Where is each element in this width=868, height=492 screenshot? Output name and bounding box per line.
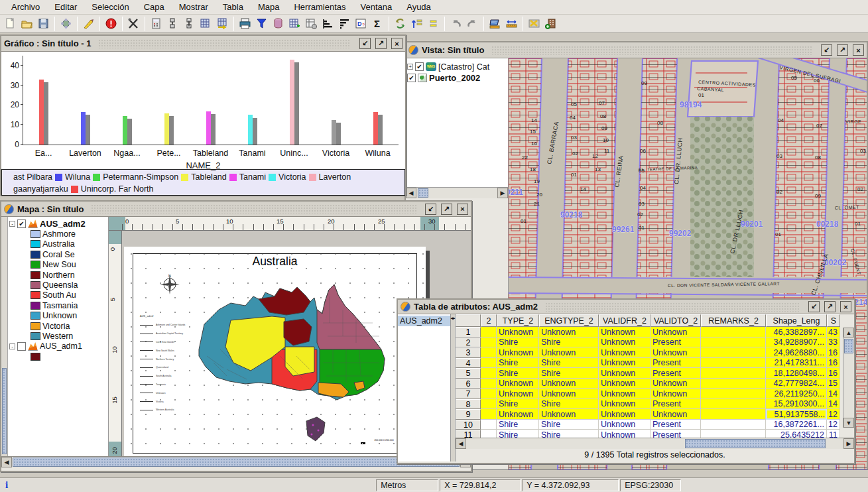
- menu-item[interactable]: Herramientas: [286, 1, 353, 13]
- join-tables-icon[interactable]: [198, 15, 214, 32]
- table-cell[interactable]: Unknown: [539, 389, 599, 399]
- layer-checkbox[interactable]: ✔: [415, 62, 424, 71]
- add-table-icon[interactable]: [286, 15, 303, 32]
- table-cell[interactable]: 18,1280498...: [766, 368, 827, 379]
- table-cell[interactable]: Present: [651, 399, 701, 410]
- mapa-titlebar[interactable]: Mapa : Sin título ↙ ↗ ×: [1, 202, 471, 217]
- table-cell[interactable]: [481, 358, 497, 369]
- scroll-thumb[interactable]: [685, 439, 826, 448]
- table-cell[interactable]: [481, 379, 497, 389]
- table-cell[interactable]: [701, 338, 766, 348]
- toc-item[interactable]: ✔ Tasmania: [9, 300, 108, 310]
- toc-item[interactable]: ✔ Australia: [9, 239, 108, 249]
- table-cell[interactable]: [481, 420, 497, 430]
- table-cell[interactable]: Unknown: [599, 420, 651, 430]
- table-cell[interactable]: Unknown: [599, 358, 651, 369]
- chain-icon[interactable]: [181, 15, 198, 32]
- style-brush-icon[interactable]: [80, 15, 97, 32]
- table-cell[interactable]: [701, 420, 766, 430]
- toc-label[interactable]: Western: [42, 332, 73, 341]
- table-cell[interactable]: 42,7779824...: [766, 379, 827, 389]
- table-cell[interactable]: 25,6435212: [766, 430, 827, 437]
- row-number[interactable]: 3: [456, 347, 481, 358]
- table-cell[interactable]: Present: [651, 420, 701, 430]
- table-cell[interactable]: 16,3872261...: [766, 420, 827, 430]
- scroll-right-icon[interactable]: ▶: [843, 438, 854, 449]
- calculator-icon[interactable]: [148, 15, 164, 32]
- layer-checkbox[interactable]: ✔: [17, 219, 26, 228]
- table-cell[interactable]: 16: [827, 347, 840, 358]
- settings-gear-icon[interactable]: [58, 15, 74, 32]
- sort-descending-icon[interactable]: [336, 15, 353, 32]
- table-cell[interactable]: Present: [651, 338, 701, 348]
- scroll-up-icon[interactable]: ▲: [843, 328, 854, 338]
- scroll-right-icon[interactable]: ▶: [497, 188, 508, 198]
- layer-item[interactable]: + ✔ WMS [Catastro] Cat: [407, 61, 508, 72]
- table-cell[interactable]: Shire: [497, 399, 539, 410]
- table-cell[interactable]: [481, 327, 497, 338]
- toc-label[interactable]: AUS_adm2: [40, 219, 86, 229]
- row-number[interactable]: 5: [456, 368, 481, 379]
- expand-icon[interactable]: +: [407, 64, 413, 70]
- table-cell[interactable]: Shire: [539, 368, 599, 379]
- table-cell[interactable]: Unknown: [651, 327, 701, 338]
- toc-item[interactable]: ✔ South Au: [9, 290, 108, 300]
- minimize-button[interactable]: ↙: [425, 204, 436, 215]
- menu-item[interactable]: Selección: [84, 1, 136, 13]
- column-header[interactable]: Shape_Leng: [766, 314, 827, 327]
- table-cell[interactable]: Shire: [539, 420, 599, 430]
- table-cell[interactable]: Shire: [497, 420, 539, 430]
- table-cell[interactable]: 16: [827, 368, 840, 379]
- table-cell[interactable]: Shire: [497, 338, 539, 348]
- table-cell[interactable]: Unknown: [651, 347, 701, 358]
- minimize-button[interactable]: ↙: [821, 44, 832, 56]
- table-cell[interactable]: 24,9626880...: [766, 347, 827, 358]
- mapa-left-scrollbar[interactable]: [1, 217, 8, 456]
- toc-item[interactable]: ✔ Queensla: [9, 280, 108, 290]
- maximize-button[interactable]: ↗: [837, 44, 848, 56]
- table-cell[interactable]: Unknown: [539, 347, 599, 358]
- table-cell[interactable]: 16: [827, 358, 840, 369]
- measure-distance-icon[interactable]: [503, 15, 520, 32]
- toc-label[interactable]: Unknown: [42, 311, 77, 320]
- toc-label[interactable]: Coral Se: [42, 250, 75, 259]
- toc-label[interactable]: Queensla: [42, 280, 78, 290]
- table-cell[interactable]: Present: [651, 358, 701, 369]
- row-number[interactable]: 1: [456, 327, 481, 338]
- table-cell[interactable]: 12: [827, 409, 840, 420]
- maximize-button[interactable]: ↗: [441, 204, 452, 215]
- toc-item[interactable]: ✔ Unknown: [9, 311, 108, 321]
- menu-item[interactable]: Ayuda: [399, 1, 438, 13]
- new-document-icon[interactable]: [2, 15, 19, 32]
- toc-label[interactable]: Tasmania: [42, 301, 78, 310]
- table-cell[interactable]: 21,4178311...: [766, 358, 827, 369]
- layer-item[interactable]: ✔ WMS Puerto_2002: [407, 72, 508, 84]
- filter-icon[interactable]: [253, 15, 270, 32]
- table-cell[interactable]: [481, 368, 497, 379]
- table-cell[interactable]: 15: [827, 379, 840, 389]
- table-cell[interactable]: 12: [827, 420, 840, 430]
- toc-label[interactable]: Victoria: [42, 322, 70, 331]
- row-number[interactable]: 8: [456, 399, 481, 410]
- table-cell[interactable]: [481, 409, 497, 420]
- row-number[interactable]: 7: [456, 389, 481, 399]
- toc-item[interactable]: ✔ Coral Se: [9, 249, 108, 259]
- scroll-left-icon[interactable]: ◀: [456, 438, 466, 449]
- table-cell[interactable]: Shire: [497, 368, 539, 379]
- table-cell[interactable]: Unknown: [599, 409, 651, 420]
- row-number[interactable]: 4: [456, 358, 481, 369]
- table-cell[interactable]: Unknown: [599, 430, 651, 437]
- move-top-icon[interactable]: [408, 15, 425, 32]
- table-cell[interactable]: Unknown: [497, 347, 539, 358]
- statistics-sigma-icon[interactable]: Σ: [369, 15, 386, 32]
- column-header[interactable]: TYPE_2: [497, 314, 539, 327]
- table-cell[interactable]: Unknown: [599, 389, 651, 399]
- table-cell[interactable]: Unknown: [599, 338, 651, 348]
- selection-bars-icon[interactable]: [425, 15, 442, 32]
- table-cell[interactable]: [701, 327, 766, 338]
- undo-icon[interactable]: [448, 15, 464, 32]
- table-cell[interactable]: Shire: [539, 358, 599, 369]
- table-cell[interactable]: 33: [827, 338, 840, 348]
- table-cell[interactable]: [701, 399, 766, 410]
- open-project-icon[interactable]: [19, 15, 35, 32]
